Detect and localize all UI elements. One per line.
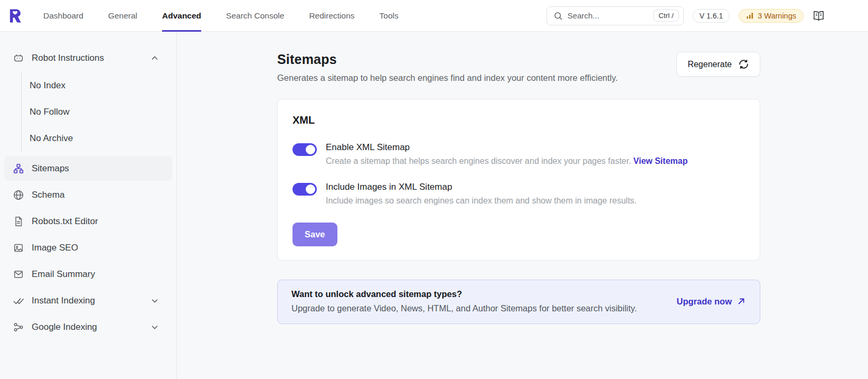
sidebar: Robot Instructions No Index No Follow No… (0, 32, 177, 379)
robot-instructions-submenu: No Index No Follow No Archive (21, 72, 172, 152)
regenerate-button[interactable]: Regenerate (676, 52, 760, 77)
search-input[interactable] (568, 11, 654, 20)
sidebar-item-label: Email Summary (32, 269, 95, 280)
tab-tools[interactable]: Tools (380, 0, 399, 32)
sidebar-item-label: Instant Indexing (32, 295, 95, 306)
page-description: Generates a sitemap to help search engin… (277, 73, 618, 83)
sidebar-subitem-no-follow[interactable]: No Follow (22, 99, 172, 125)
chevron-down-icon (150, 296, 159, 306)
upgrade-now-label: Upgrade now (676, 297, 732, 307)
setting-description: Include images so search engines can ind… (326, 196, 637, 206)
warnings-badge-label: 3 Warnings (758, 12, 796, 20)
sidebar-item-label: Google Indexing (32, 322, 97, 332)
view-sitemap-link[interactable]: View Sitemap (634, 156, 688, 165)
sidebar-item-google-indexing[interactable]: Google Indexing (4, 315, 172, 339)
setting-include-images: Include Images in XML Sitemap Include im… (293, 182, 745, 206)
toggle-knob (306, 145, 315, 154)
header-actions: Ctrl / V 1.6.1 3 Warnings (546, 6, 825, 25)
enable-xml-sitemap-toggle[interactable] (293, 143, 317, 156)
save-button[interactable]: Save (293, 223, 337, 246)
sidebar-subitem-no-archive[interactable]: No Archive (22, 125, 172, 152)
sidebar-item-instant-indexing[interactable]: Instant Indexing (4, 288, 172, 313)
sidebar-item-robots-txt-editor[interactable]: Robots.txt Editor (4, 209, 172, 234)
tab-redirections[interactable]: Redirections (309, 0, 354, 32)
main-nav: Dashboard General Advanced Search Consol… (43, 0, 399, 32)
arrow-up-right-icon (737, 297, 746, 306)
search-icon (553, 11, 563, 21)
warnings-badge[interactable]: 3 Warnings (739, 9, 804, 23)
page-title: Sitemaps (277, 52, 618, 67)
version-badge: V 1.6.1 (693, 9, 730, 23)
rank-math-logo-icon[interactable] (7, 8, 22, 23)
sidebar-item-email-summary[interactable]: Email Summary (4, 262, 172, 286)
search-box[interactable]: Ctrl / (546, 6, 684, 25)
sidebar-item-robot-instructions[interactable]: Robot Instructions (4, 45, 172, 70)
upgrade-banner-description: Upgrade to generate Video, News, HTML, a… (291, 303, 637, 313)
sidebar-item-label: Robots.txt Editor (32, 216, 98, 227)
tab-dashboard[interactable]: Dashboard (43, 0, 83, 32)
refresh-icon (738, 59, 749, 70)
tab-search-console[interactable]: Search Console (226, 0, 284, 32)
setting-description: Create a sitemap that helps search engin… (326, 156, 631, 165)
upgrade-banner: Want to unlock advanced sitemap types? U… (277, 280, 760, 324)
robot-icon (13, 52, 24, 64)
sidebar-item-label: Image SEO (32, 243, 78, 253)
sidebar-item-sitemaps[interactable]: Sitemaps (4, 156, 172, 181)
document-icon (13, 216, 24, 227)
sidebar-item-schema[interactable]: Schema (4, 182, 172, 207)
sidebar-item-label: Robot Instructions (32, 53, 104, 63)
mail-icon (13, 269, 24, 280)
documentation-book-icon[interactable] (813, 10, 825, 22)
include-images-toggle[interactable] (293, 183, 317, 196)
tab-advanced[interactable]: Advanced (162, 0, 201, 32)
setting-enable-xml-sitemap: Enable XML Sitemap Create a sitemap that… (293, 142, 745, 166)
globe-icon (13, 189, 24, 201)
toggle-knob (306, 184, 315, 194)
top-bar: Dashboard General Advanced Search Consol… (0, 0, 868, 32)
main-content: Sitemaps Generates a sitemap to help sea… (177, 32, 868, 379)
xml-settings-card: XML Enable XML Sitemap Create a sitemap … (277, 99, 760, 261)
upgrade-banner-title: Want to unlock advanced sitemap types? (291, 289, 637, 299)
sitemap-icon (13, 163, 24, 174)
sidebar-item-label: Schema (32, 190, 64, 200)
signal-bars-icon (746, 12, 754, 20)
sidebar-item-image-seo[interactable]: Image SEO (4, 235, 172, 260)
share-network-icon (13, 321, 24, 333)
setting-label: Enable XML Sitemap (326, 142, 687, 153)
search-shortcut-badge: Ctrl / (653, 10, 679, 22)
double-check-icon (13, 295, 24, 307)
image-icon (13, 242, 24, 254)
chevron-up-icon (150, 53, 159, 63)
upgrade-now-link[interactable]: Upgrade now (676, 297, 746, 307)
sidebar-subitem-no-index[interactable]: No Index (22, 72, 172, 99)
sidebar-item-label: Sitemaps (32, 163, 69, 174)
card-heading: XML (293, 114, 745, 126)
setting-label: Include Images in XML Sitemap (326, 182, 637, 192)
chevron-down-icon (150, 322, 159, 332)
tab-general[interactable]: General (108, 0, 137, 32)
regenerate-button-label: Regenerate (687, 60, 732, 69)
